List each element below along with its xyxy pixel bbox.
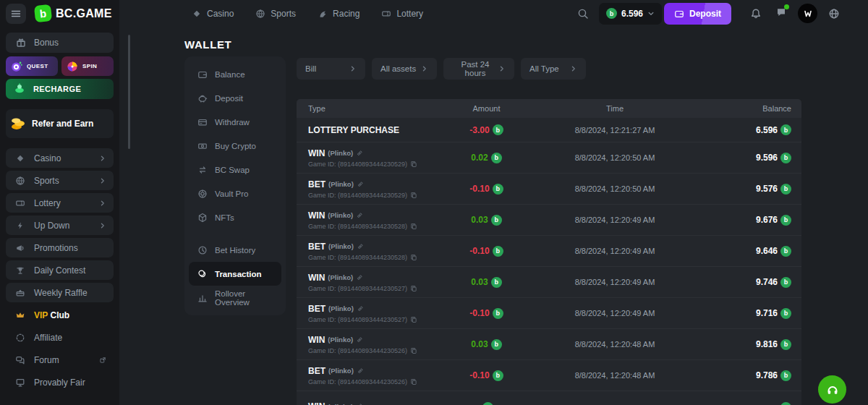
racing-icon bbox=[318, 9, 328, 19]
sidebar-item-casino[interactable]: Casino bbox=[6, 148, 114, 168]
column-header-time: Time bbox=[606, 104, 624, 113]
sidebar-item-up-down[interactable]: Up Down bbox=[6, 216, 114, 235]
filter-bill[interactable]: Bill bbox=[297, 58, 365, 80]
wallet-menu-item-deposit[interactable]: Deposit bbox=[189, 86, 281, 110]
sidebar-item-label: Weekly Raffle bbox=[34, 288, 106, 298]
amount-cell: -0.10b bbox=[469, 308, 503, 319]
sidebar-item-label: Forum bbox=[34, 355, 87, 365]
globe-icon[interactable] bbox=[828, 8, 840, 20]
bc-coin-icon: b bbox=[780, 124, 791, 135]
amount-cell: -0.10b bbox=[469, 370, 503, 381]
copy-icon[interactable] bbox=[410, 254, 417, 261]
type-cell: LOTTERY PURCHASE bbox=[297, 125, 441, 135]
chevron-right-icon bbox=[99, 155, 106, 162]
transaction-type: BET bbox=[308, 179, 326, 189]
wallet-menu-item-balance[interactable]: Balance bbox=[189, 62, 281, 86]
sidebar-item-lottery[interactable]: Lottery bbox=[6, 193, 114, 213]
link-icon[interactable] bbox=[356, 212, 363, 219]
game-id-text: Game ID: (891440893444230526) bbox=[308, 378, 407, 385]
link-icon[interactable] bbox=[357, 367, 364, 375]
filter-past-24-hours[interactable]: Past 24 hours bbox=[443, 58, 514, 80]
filter-label: All Type bbox=[529, 64, 559, 73]
copy-icon[interactable] bbox=[410, 378, 417, 385]
bc-coin-icon: b bbox=[780, 277, 791, 288]
sidebar-item-vip-club[interactable]: VIP Club bbox=[6, 305, 114, 325]
scrollbar-thumb[interactable] bbox=[128, 35, 130, 149]
filter-all-assets[interactable]: All assets bbox=[372, 58, 437, 80]
bc-coin-icon: b bbox=[780, 402, 791, 405]
chevron-right-icon bbox=[99, 177, 106, 184]
copy-icon[interactable] bbox=[410, 192, 417, 199]
wallet-menu-divider bbox=[189, 229, 281, 238]
link-icon[interactable] bbox=[356, 336, 363, 344]
quest-button[interactable]: QUEST bbox=[6, 56, 58, 76]
nav-sports[interactable]: Sports bbox=[255, 9, 296, 19]
menu-button[interactable] bbox=[6, 4, 26, 24]
bc-coin-icon: b bbox=[482, 402, 493, 405]
balance-value: 9.596 bbox=[756, 153, 778, 163]
game-id-text: Game ID: (891440893444230528) bbox=[308, 254, 407, 261]
type-line: BET(Plinko) bbox=[308, 179, 441, 189]
balance-cell: 9.816b bbox=[756, 339, 801, 350]
deposit-button[interactable]: Deposit bbox=[664, 3, 731, 25]
link-icon[interactable] bbox=[356, 150, 363, 157]
wallet-menu-item-bc-swap[interactable]: BC Swap bbox=[189, 158, 281, 182]
copy-icon[interactable] bbox=[410, 161, 417, 168]
raffle-icon bbox=[15, 288, 25, 298]
nav-racing[interactable]: Racing bbox=[318, 9, 359, 19]
wallet-menu-item-vault-pro[interactable]: Vault Pro bbox=[189, 182, 281, 205]
filter-all-type[interactable]: All Type bbox=[521, 58, 586, 80]
sidebar-item-weekly-raffle[interactable]: Weekly Raffle bbox=[6, 283, 114, 302]
nav-lottery[interactable]: Lottery bbox=[381, 9, 423, 19]
wallet-menu-label: Withdraw bbox=[215, 118, 250, 127]
sidebar-item-forum[interactable]: Forum bbox=[6, 350, 114, 370]
sidebar-item-daily-contest[interactable]: Daily Contest bbox=[6, 260, 114, 280]
recharge-button[interactable]: RECHARGE bbox=[6, 79, 114, 99]
copy-icon[interactable] bbox=[410, 285, 417, 292]
sidebar-item-affiliate[interactable]: Affiliate bbox=[6, 328, 114, 347]
support-button[interactable] bbox=[818, 375, 846, 404]
spin-button[interactable]: SPIN bbox=[61, 56, 114, 76]
wallet-menu-item-withdraw[interactable]: Withdraw bbox=[189, 110, 281, 134]
game-id: Game ID: (891440893444230528) bbox=[308, 254, 441, 261]
link-icon[interactable] bbox=[357, 181, 364, 188]
wallet-menu-item-nfts[interactable]: NFTs bbox=[189, 205, 281, 229]
wallet-menu-item-buy-crypto[interactable]: Buy Crypto bbox=[189, 134, 281, 158]
nav-casino[interactable]: Casino bbox=[192, 9, 234, 19]
refer-and-earn-button[interactable]: Refer and Earn bbox=[6, 109, 114, 138]
wallet-menu-label: Buy Crypto bbox=[215, 142, 256, 150]
logo-icon: b bbox=[34, 4, 52, 22]
transaction-type: BET bbox=[308, 366, 326, 376]
copy-icon[interactable] bbox=[410, 223, 417, 230]
sidebar-item-provably-fair[interactable]: Provably Fair bbox=[6, 372, 114, 392]
sidebar-item-bonus[interactable]: Bonus bbox=[6, 33, 114, 53]
copy-icon[interactable] bbox=[410, 316, 417, 323]
bell-icon[interactable] bbox=[750, 8, 762, 20]
withdraw-icon bbox=[197, 117, 208, 127]
chevron-right-icon bbox=[349, 65, 357, 72]
link-icon[interactable] bbox=[357, 243, 364, 250]
search-icon[interactable] bbox=[577, 8, 589, 20]
balance-selector[interactable]: b 6.596 bbox=[599, 3, 662, 25]
sidebar-item-promotions[interactable]: Promotions bbox=[6, 238, 114, 257]
sidebar-item-label: Promotions bbox=[34, 243, 106, 253]
type-cell: WIN(Plinko)Game ID: (891440893444230527) bbox=[297, 273, 441, 292]
balance-cell: 9.716b bbox=[756, 308, 801, 319]
sidebar-item-label: Casino bbox=[34, 153, 90, 163]
amount-value: 0.03 bbox=[471, 339, 488, 349]
avatar[interactable] bbox=[798, 4, 817, 23]
wallet-menu-item-transaction[interactable]: Transaction bbox=[189, 262, 281, 286]
wallet-menu-item-rollover-overview[interactable]: Rollover Overview bbox=[189, 286, 281, 310]
sports-icon bbox=[255, 9, 265, 19]
bc-coin-icon: b bbox=[491, 339, 502, 350]
wallet-menu-item-bet-history[interactable]: Bet History bbox=[189, 238, 281, 262]
link-icon[interactable] bbox=[357, 305, 364, 312]
type-cell: WIN(Plinko)Game ID: (891440893444230528) bbox=[297, 210, 441, 230]
chat-button[interactable] bbox=[775, 7, 787, 20]
balance-cell: 9.646b bbox=[756, 246, 801, 257]
sidebar-item-sports[interactable]: Sports bbox=[6, 171, 114, 190]
logo[interactable]: b BC.GAME bbox=[35, 5, 112, 22]
link-icon[interactable] bbox=[356, 274, 363, 281]
copy-icon[interactable] bbox=[410, 347, 417, 354]
balance-cell: 9.746b bbox=[756, 277, 801, 288]
